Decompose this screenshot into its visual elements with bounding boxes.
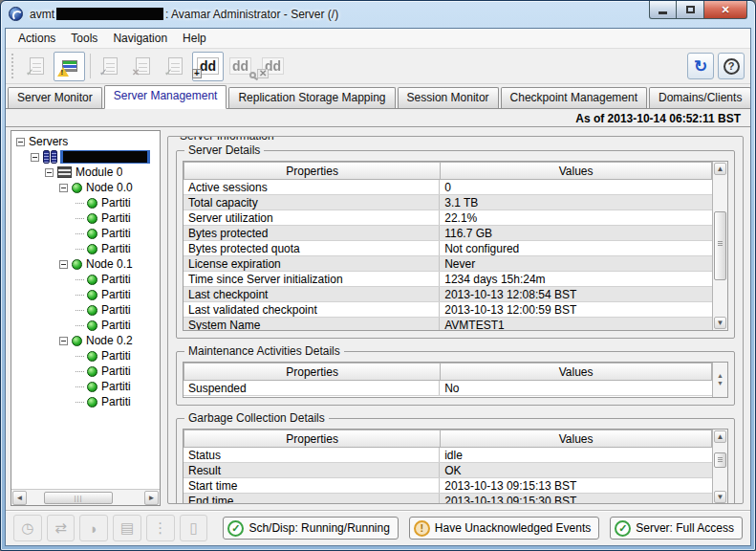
tab-checkpoint-management[interactable]: Checkpoint Management: [501, 87, 647, 108]
tab-server-monitor[interactable]: Server Monitor: [8, 87, 102, 108]
tree-connector: [76, 233, 84, 234]
collapse-icon[interactable]: [31, 153, 39, 162]
scroll-down-icon[interactable]: ▼: [714, 491, 726, 503]
event-alert-icon: [62, 60, 77, 72]
maximize-button[interactable]: [677, 1, 704, 19]
status-orb-icon: [87, 366, 97, 377]
scroll-up-icon[interactable]: ▲: [714, 163, 726, 175]
collapse-icon[interactable]: [59, 184, 68, 192]
column-header-properties[interactable]: Properties: [184, 430, 440, 448]
maintenance-details-header: Properties Values: [184, 363, 712, 381]
log-status-button[interactable]: ▯: [180, 515, 208, 541]
menu-help[interactable]: Help: [176, 30, 213, 47]
garbage-collection-vertical-scrollbar[interactable]: ▲ ▼: [712, 430, 727, 504]
view-data-domain-button[interactable]: dd: [225, 52, 256, 81]
tree-node-node-0-0[interactable]: Node 0.0: [14, 180, 160, 195]
tree-node-partition[interactable]: Partiti: [14, 195, 160, 210]
table-row: Active sessions0: [184, 180, 712, 195]
tree-node-module-0[interactable]: Module 0: [14, 165, 160, 180]
status-orb-icon: [87, 290, 97, 300]
server-details-header: Properties Values: [184, 162, 712, 180]
tree-horizontal-scrollbar[interactable]: ◄ ||| ►: [11, 489, 160, 505]
title-bar[interactable]: avmt: Avamar Administrator - Server (/) …: [1, 1, 755, 27]
menu-navigation[interactable]: Navigation: [106, 30, 174, 47]
scroll-left-icon[interactable]: ◄: [12, 491, 27, 505]
scroll-down-icon[interactable]: ▼: [717, 381, 724, 386]
help-button[interactable]: ?: [718, 53, 745, 79]
scroll-down-icon[interactable]: ▼: [714, 317, 726, 329]
tab-server-management[interactable]: Server Management: [104, 85, 227, 109]
column-header-values[interactable]: Values: [440, 363, 712, 381]
tree-node-partition[interactable]: Partiti: [14, 318, 160, 333]
collapse-icon[interactable]: [45, 168, 54, 177]
toolbar-grip[interactable]: [11, 54, 15, 78]
table-row: Last validated checkpoint2013-10-13 12:0…: [184, 302, 712, 318]
column-header-properties[interactable]: Properties: [184, 162, 440, 180]
policy-document-button[interactable]: ✓: [21, 52, 53, 81]
tray-icon: ▤: [120, 519, 134, 537]
status-orb-icon: [72, 259, 82, 270]
tree-connector: [76, 325, 84, 326]
tree-node-partition[interactable]: Partiti: [14, 287, 160, 302]
column-header-values[interactable]: Values: [440, 162, 712, 180]
tree-node-partition[interactable]: Partiti: [14, 302, 160, 318]
tree-node-partition[interactable]: Partiti: [14, 348, 160, 364]
table-row: Time since Server initialization1234 day…: [184, 272, 712, 287]
server-access-badge[interactable]: Server: Full Access: [610, 517, 743, 540]
tree-node-partition[interactable]: Partiti: [14, 272, 160, 287]
table-row: Statusidle: [184, 448, 712, 463]
tree-node-partition[interactable]: Partiti: [14, 394, 160, 409]
tree-node-servers[interactable]: Servers: [14, 134, 160, 149]
tree-connector: [76, 218, 84, 219]
delete-data-domain-button[interactable]: dd✕: [257, 52, 289, 81]
tree-node-partition[interactable]: Partiti: [14, 379, 160, 394]
menu-bar: Actions Tools Navigation Help: [6, 29, 750, 49]
table-row: Server utilization22.1%: [184, 210, 712, 226]
scroll-right-icon[interactable]: ►: [144, 491, 159, 505]
scroll-up-icon[interactable]: ▲: [717, 373, 724, 379]
sch-disp-status-badge[interactable]: Sch/Disp: Running/Running: [223, 517, 398, 540]
server-details-vertical-scrollbar[interactable]: ▲ ▼: [712, 162, 727, 330]
tree-node-server-selected[interactable]: [14, 149, 160, 165]
tab-replication-storage-mapping[interactable]: Replication Storage Mapping: [228, 87, 395, 108]
sync-status-button[interactable]: ⇄: [47, 515, 76, 541]
tree-node-partition[interactable]: Partiti: [14, 241, 160, 256]
unacknowledged-events-badge[interactable]: Have Unacknowledged Events: [409, 517, 599, 540]
tree-node-node-0-2[interactable]: Node 0.2: [14, 333, 160, 348]
add-data-domain-button[interactable]: dd+: [192, 52, 224, 81]
validate-button[interactable]: ✓: [95, 52, 126, 81]
window-title: avmt: Avamar Administrator - Server (/): [30, 8, 338, 21]
server-information-pane: Server Information Server Details Proper…: [165, 130, 745, 506]
tray-status-button[interactable]: ▤: [113, 515, 141, 541]
collapse-icon[interactable]: [16, 138, 25, 146]
refresh-button[interactable]: ↻: [687, 53, 714, 79]
tree-node-partition[interactable]: Partiti: [14, 210, 160, 226]
collapse-icon[interactable]: [59, 337, 68, 345]
maintenance-vertical-scrollbar[interactable]: ▲ ▼: [712, 363, 727, 397]
scrollbar-thumb[interactable]: [714, 211, 726, 280]
table-row: SuspendedNo: [184, 381, 712, 396]
tree-node-partition[interactable]: Partiti: [14, 226, 160, 241]
scrollbar-thumb[interactable]: [714, 452, 726, 468]
status-orb-icon: [87, 305, 97, 316]
dispatch-status-button[interactable]: ◗: [79, 515, 108, 541]
scroll-up-icon[interactable]: ▲: [714, 430, 726, 443]
minimize-button[interactable]: [649, 1, 677, 19]
menu-actions[interactable]: Actions: [11, 30, 62, 47]
menu-tools[interactable]: Tools: [64, 30, 104, 47]
collapse-icon[interactable]: [59, 260, 68, 269]
scrollbar-thumb[interactable]: |||: [44, 492, 113, 504]
column-header-values[interactable]: Values: [440, 430, 712, 448]
tab-session-monitor[interactable]: Session Monitor: [398, 87, 499, 108]
tree-node-partition[interactable]: Partiti: [14, 364, 160, 379]
cancel-task-button[interactable]: ✕: [127, 52, 159, 81]
tree-node-node-0-1[interactable]: Node 0.1: [14, 256, 160, 272]
scheduler-status-button[interactable]: ◷: [13, 515, 42, 541]
column-header-properties[interactable]: Properties: [184, 363, 440, 381]
confirm-task-button[interactable]: ✓: [160, 52, 191, 81]
server-alerts-button[interactable]: [54, 52, 85, 81]
module-icon: [57, 166, 72, 178]
close-button[interactable]: ✕: [704, 1, 747, 19]
more-status-button[interactable]: ⋮: [146, 515, 175, 541]
tab-domains-clients[interactable]: Domains/Clients: [649, 87, 751, 108]
